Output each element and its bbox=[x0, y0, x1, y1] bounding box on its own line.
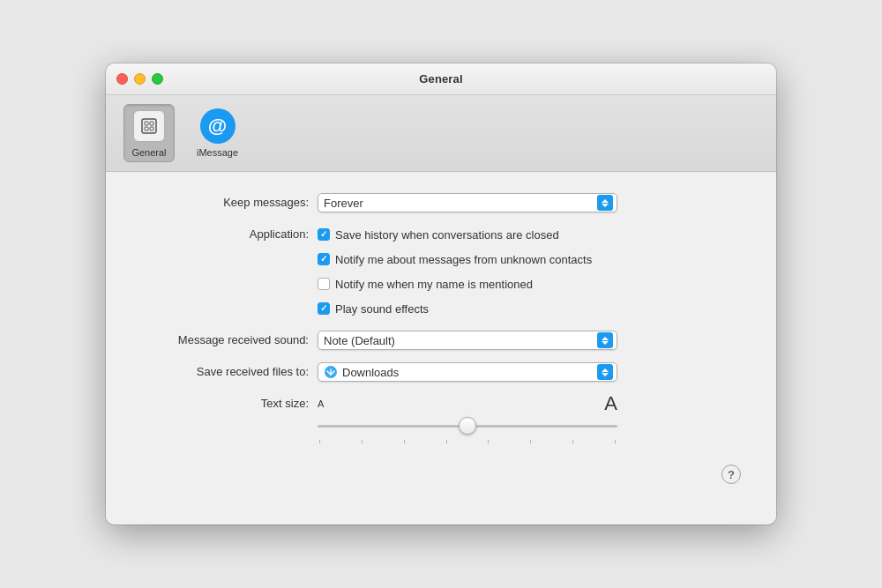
keep-messages-value: Forever bbox=[324, 197, 594, 210]
text-size-small-label: A bbox=[318, 398, 324, 409]
checkbox-label-save-history: Save history when conversations are clos… bbox=[335, 228, 559, 242]
message-sound-label: Message received sound: bbox=[132, 331, 318, 350]
slider-tick bbox=[362, 440, 363, 443]
message-sound-control: Note (Default) bbox=[318, 331, 750, 350]
close-button[interactable] bbox=[116, 73, 128, 85]
check-mark: ✓ bbox=[320, 304, 327, 313]
checkbox-label-notify-name: Notify me when my name is mentioned bbox=[335, 278, 533, 291]
general-icon-container bbox=[131, 108, 167, 144]
checkbox-save-history[interactable]: ✓ bbox=[318, 228, 330, 241]
checkbox-notify-unknown[interactable]: ✓ bbox=[318, 253, 330, 265]
application-label: Application: bbox=[132, 225, 318, 244]
preferences-window: General General @ iMe bbox=[106, 63, 776, 525]
text-size-controls: A A bbox=[318, 394, 617, 443]
application-control: ✓ Save history when conversations are cl… bbox=[318, 225, 750, 318]
settings-content: Keep messages: Forever Application: ✓ Sa… bbox=[106, 172, 776, 525]
save-files-row: Save received files to: Downloads bbox=[132, 362, 750, 382]
slider-tick bbox=[446, 440, 447, 443]
save-files-control: Downloads bbox=[318, 362, 750, 382]
save-files-arrow bbox=[597, 364, 613, 380]
slider-tick bbox=[404, 440, 405, 443]
general-tab-label: General bbox=[131, 147, 166, 158]
check-mark: ✓ bbox=[320, 230, 327, 239]
message-sound-value: Note (Default) bbox=[324, 334, 594, 347]
check-mark: ✓ bbox=[320, 255, 327, 264]
keep-messages-arrow bbox=[597, 195, 613, 211]
keep-messages-label: Keep messages: bbox=[132, 193, 318, 212]
keep-messages-row: Keep messages: Forever bbox=[132, 193, 750, 212]
folder-icon bbox=[324, 365, 338, 379]
slider-tick bbox=[572, 440, 573, 443]
message-sound-dropdown[interactable]: Note (Default) bbox=[318, 331, 617, 350]
svg-rect-1 bbox=[145, 122, 148, 125]
help-container: ? bbox=[132, 456, 750, 484]
text-size-slider-container bbox=[318, 417, 617, 435]
toolbar-item-general[interactable]: General bbox=[123, 104, 175, 162]
checkbox-row-notify-unknown: ✓ Notify me about messages from unknown … bbox=[318, 249, 750, 269]
checkbox-notify-name[interactable] bbox=[318, 278, 330, 290]
text-size-large-label: A bbox=[604, 394, 617, 413]
text-size-labels: A A bbox=[318, 394, 617, 413]
slider-tick bbox=[530, 440, 531, 443]
traffic-lights bbox=[116, 73, 163, 85]
imessage-icon-container: @ bbox=[200, 108, 235, 144]
svg-rect-0 bbox=[142, 119, 156, 133]
checkbox-row-notify-name: Notify me when my name is mentioned bbox=[318, 274, 750, 294]
maximize-button[interactable] bbox=[152, 73, 163, 85]
checkbox-label-play-sound: Play sound effects bbox=[335, 302, 429, 316]
title-bar: General bbox=[106, 63, 776, 95]
help-button[interactable]: ? bbox=[721, 465, 741, 484]
save-files-label: Save received files to: bbox=[132, 362, 318, 382]
svg-rect-3 bbox=[145, 127, 148, 130]
message-sound-arrow bbox=[597, 332, 613, 348]
checkbox-label-notify-unknown: Notify me about messages from unknown co… bbox=[335, 253, 592, 266]
toolbar-item-imessage[interactable]: @ iMessage bbox=[189, 104, 246, 162]
save-files-dropdown[interactable]: Downloads bbox=[318, 362, 617, 382]
imessage-icon: @ bbox=[200, 108, 235, 144]
svg-rect-2 bbox=[150, 122, 153, 125]
slider-tick bbox=[615, 440, 616, 443]
slider-tick bbox=[319, 440, 320, 443]
toolbar: General @ iMessage bbox=[106, 95, 776, 172]
checkbox-play-sound[interactable]: ✓ bbox=[318, 302, 330, 315]
slider-thumb[interactable] bbox=[459, 417, 476, 435]
imessage-tab-label: iMessage bbox=[197, 147, 238, 158]
svg-rect-4 bbox=[150, 127, 153, 130]
keep-messages-control: Forever bbox=[318, 193, 750, 212]
application-row: Application: ✓ Save history when convers… bbox=[132, 225, 750, 318]
checkbox-row-save-history: ✓ Save history when conversations are cl… bbox=[318, 225, 750, 244]
slider-ticks bbox=[318, 440, 617, 443]
slider-tick bbox=[488, 440, 489, 443]
checkbox-row-play-sound: ✓ Play sound effects bbox=[318, 299, 750, 318]
slider-track bbox=[318, 425, 617, 428]
text-size-label: Text size: bbox=[132, 394, 318, 413]
save-files-value: Downloads bbox=[342, 366, 594, 379]
text-size-control: A A bbox=[318, 394, 750, 443]
text-size-row: Text size: A A bbox=[132, 394, 750, 443]
general-icon bbox=[133, 110, 165, 142]
window-title: General bbox=[419, 72, 462, 86]
keep-messages-dropdown[interactable]: Forever bbox=[318, 193, 617, 212]
minimize-button[interactable] bbox=[134, 73, 146, 85]
message-sound-row: Message received sound: Note (Default) bbox=[132, 331, 750, 350]
